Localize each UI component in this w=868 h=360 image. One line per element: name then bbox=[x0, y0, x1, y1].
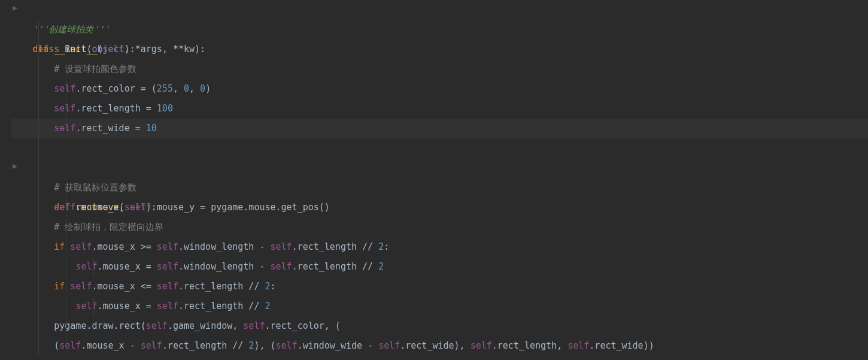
code-line-current[interactable]: self.rect_wide = 10 bbox=[11, 119, 868, 138]
code-line[interactable]: class Rect(object): bbox=[11, 0, 868, 20]
comment: # 绘制球拍，限定横向边界 bbox=[54, 222, 163, 232]
code-line[interactable]: self.rect_length = 100 bbox=[11, 99, 868, 119]
code-line[interactable]: (self.mouse_x - self.rect_length // 2), … bbox=[11, 336, 868, 356]
self-param: self bbox=[103, 44, 125, 55]
docstring: '''创建球拍类''' bbox=[32, 24, 110, 35]
code-line[interactable]: self.mouse_x = self.window_length - self… bbox=[11, 257, 868, 277]
function-name: __init__ bbox=[54, 44, 97, 55]
code-editor[interactable]: class Rect(object): '''创建球拍类''' def __in… bbox=[0, 0, 868, 356]
code-line[interactable]: self.mouse_x, self.mouse_y = pygame.mous… bbox=[11, 198, 868, 217]
code-line[interactable]: if self.mouse_x >= self.window_length - … bbox=[11, 237, 868, 257]
code-line[interactable]: # 设置球拍颜色参数 bbox=[11, 59, 868, 79]
fold-marker-icon[interactable] bbox=[12, 5, 18, 11]
code-line[interactable]: self.mouse_x = self.rect_length // 2 bbox=[11, 297, 868, 316]
code-line[interactable]: # 获取鼠标位置参数 bbox=[11, 178, 868, 198]
keyword: def bbox=[32, 44, 48, 55]
code-line[interactable]: pygame.draw.rect(self.game_window, self.… bbox=[11, 316, 868, 336]
fold-marker-icon[interactable] bbox=[12, 164, 18, 170]
code-line[interactable]: '''创建球拍类''' bbox=[11, 20, 868, 40]
code-line-blank[interactable] bbox=[11, 138, 868, 158]
code-line[interactable]: self.rect_color = (255, 0, 0) bbox=[11, 79, 868, 99]
code-line[interactable]: def __init__(self, *args, **kw): bbox=[11, 40, 868, 59]
code-line[interactable]: def rectmove(self): bbox=[11, 158, 868, 178]
code-line[interactable]: if self.mouse_x <= self.rect_length // 2… bbox=[11, 277, 868, 297]
code-line[interactable]: # 绘制球拍，限定横向边界 bbox=[11, 217, 868, 237]
